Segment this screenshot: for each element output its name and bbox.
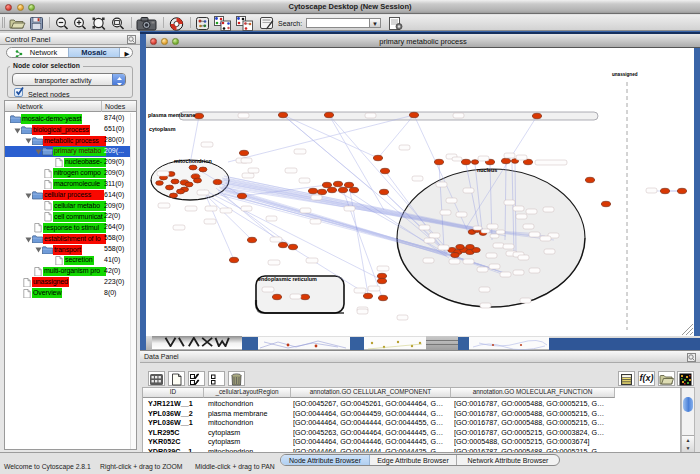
svg-text:endoplasmic reticulum: endoplasmic reticulum (258, 276, 317, 282)
svg-text:cytoplasm: cytoplasm (149, 126, 176, 132)
svg-text:mitochondrion: mitochondrion (174, 158, 212, 164)
svg-text:plasma membrane: plasma membrane (148, 112, 195, 118)
svg-text:unassigned: unassigned (612, 72, 638, 77)
svg-text:nucleus: nucleus (477, 167, 497, 173)
